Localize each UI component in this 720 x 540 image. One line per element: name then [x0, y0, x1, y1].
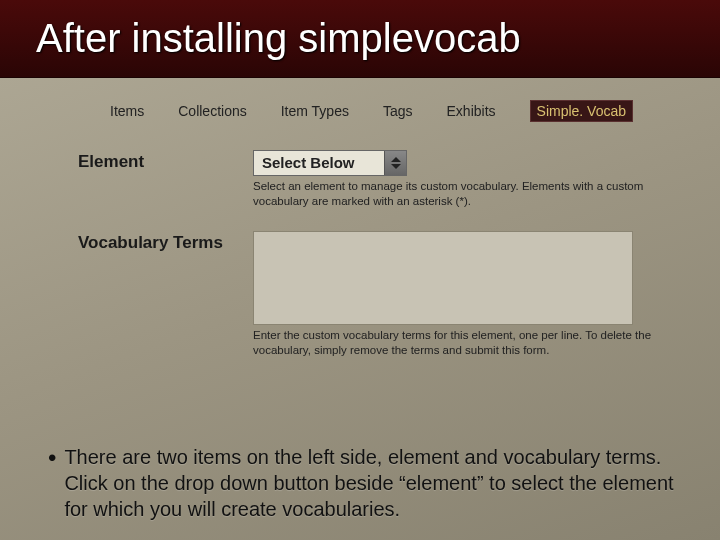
tab-item-types[interactable]: Item Types — [281, 103, 349, 119]
slide-bullets: • There are two items on the left side, … — [48, 444, 694, 522]
tab-collections[interactable]: Collections — [178, 103, 246, 119]
tab-items[interactable]: Items — [110, 103, 144, 119]
tab-tags[interactable]: Tags — [383, 103, 413, 119]
bullet-dot-icon: • — [48, 444, 56, 473]
terms-row: Vocabulary Terms Enter the custom vocabu… — [78, 231, 690, 358]
title-bar: After installing simplevocab — [0, 0, 720, 78]
element-row: Element Select Below Select an element t… — [78, 150, 690, 209]
element-select[interactable]: Select Below — [253, 150, 407, 176]
element-help-text: Select an element to manage its custom v… — [253, 179, 653, 209]
app-screenshot: Items Collections Item Types Tags Exhibi… — [78, 100, 690, 400]
page-title: After installing simplevocab — [36, 16, 521, 61]
tab-exhibits[interactable]: Exhibits — [447, 103, 496, 119]
terms-help-text: Enter the custom vocabulary terms for th… — [253, 328, 653, 358]
element-label: Element — [78, 150, 253, 209]
dropdown-stepper-icon[interactable] — [384, 151, 406, 175]
terms-label: Vocabulary Terms — [78, 231, 253, 358]
tab-simple-vocab[interactable]: Simple. Vocab — [530, 100, 634, 122]
element-select-value: Select Below — [254, 151, 384, 175]
bullet-text: There are two items on the left side, el… — [64, 444, 694, 522]
terms-textarea[interactable] — [253, 231, 633, 325]
nav-tabs: Items Collections Item Types Tags Exhibi… — [78, 100, 690, 122]
